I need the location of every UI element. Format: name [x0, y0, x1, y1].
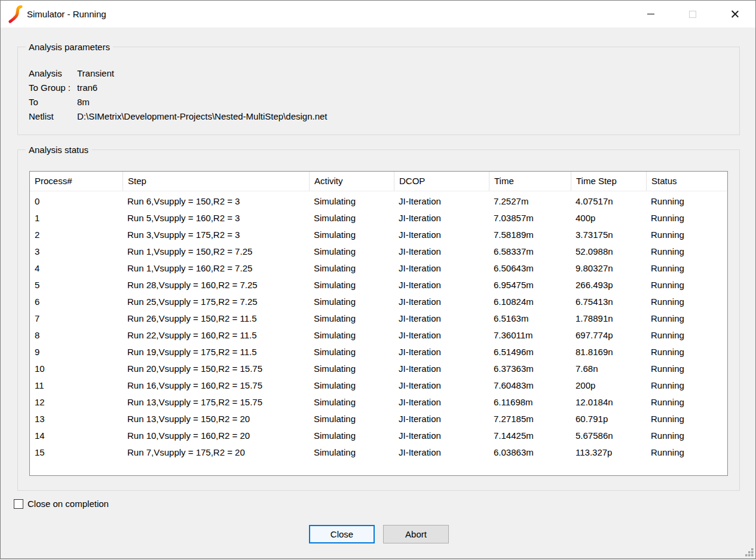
close-window-button[interactable]: [714, 1, 755, 28]
param-value: tran6: [77, 81, 733, 95]
table-cell: Run 28,Vsupply = 160,R2 = 7.25: [123, 277, 309, 294]
table-cell: Running: [646, 227, 727, 243]
table-cell: Run 5,Vsupply = 160,R2 = 3: [123, 210, 309, 227]
table-cell: 7.60483m: [489, 377, 571, 394]
param-label: To: [29, 95, 77, 109]
table-cell: Running: [646, 344, 727, 361]
table-cell: 5.67586n: [571, 427, 646, 444]
table-cell: Simulating: [309, 444, 394, 461]
simetrix-logo-icon: [8, 5, 24, 23]
table-cell: Simulating: [309, 193, 394, 210]
param-label: To Group :: [29, 81, 77, 95]
table-cell: Simulating: [309, 411, 394, 427]
table-cell: 7.58189m: [489, 227, 571, 243]
table-cell: JI-Iteration: [394, 193, 489, 210]
table-cell: Simulating: [309, 277, 394, 294]
table-cell: Run 22,Vsupply = 160,R2 = 11.5: [123, 327, 309, 344]
table-row[interactable]: 5Run 28,Vsupply = 160,R2 = 7.25Simulatin…: [30, 277, 727, 294]
table-cell: 15: [30, 444, 123, 461]
table-cell: JI-Iteration: [394, 310, 489, 327]
close-on-completion-checkbox[interactable]: Close on completion: [14, 499, 109, 509]
table-cell: JI-Iteration: [394, 344, 489, 361]
table-cell: 4: [30, 260, 123, 277]
table-cell: 7.2527m: [489, 193, 571, 210]
table-cell: 266.493p: [571, 277, 646, 294]
table-cell: 7.14425m: [489, 427, 571, 444]
table-cell: Running: [646, 444, 727, 461]
table-row[interactable]: 7Run 26,Vsupply = 150,R2 = 11.5Simulatin…: [30, 310, 727, 327]
table-cell: 6.37363m: [489, 361, 571, 377]
resize-grip[interactable]: [745, 548, 754, 557]
table-cell: Running: [646, 294, 727, 310]
table-cell: 10: [30, 361, 123, 377]
table-cell: 5: [30, 277, 123, 294]
table-cell: 6.11698m: [489, 394, 571, 411]
table-cell: Simulating: [309, 310, 394, 327]
maximize-button[interactable]: [672, 1, 714, 28]
minimize-icon: [647, 14, 654, 14]
table-cell: Run 13,Vsupply = 175,R2 = 15.75: [123, 394, 309, 411]
table-row[interactable]: 10Run 20,Vsupply = 150,R2 = 15.75Simulat…: [30, 361, 727, 377]
column-header-time-step[interactable]: Time Step: [571, 172, 646, 191]
table-cell: 6.03863m: [489, 444, 571, 461]
table-cell: Run 7,Vsupply = 175,R2 = 20: [123, 444, 309, 461]
analysis-parameters-title: Analysis parameters: [26, 41, 113, 53]
table-cell: Simulating: [309, 361, 394, 377]
table-row[interactable]: 0Run 6,Vsupply = 150,R2 = 3SimulatingJI-…: [30, 193, 727, 210]
column-header-time[interactable]: Time: [489, 172, 571, 191]
checkbox-label: Close on completion: [27, 499, 109, 509]
table-cell: Simulating: [309, 227, 394, 243]
table-cell: 7.68n: [571, 361, 646, 377]
table-row[interactable]: 13Run 13,Vsupply = 150,R2 = 20Simulating…: [30, 411, 727, 427]
table-cell: Simulating: [309, 427, 394, 444]
table-row[interactable]: 4Run 1,Vsupply = 160,R2 = 7.25Simulating…: [30, 260, 727, 277]
table-row[interactable]: 14Run 10,Vsupply = 160,R2 = 20Simulating…: [30, 427, 727, 444]
table-row[interactable]: 2Run 3,Vsupply = 175,R2 = 3SimulatingJI-…: [30, 227, 727, 243]
column-header-process[interactable]: Process#: [30, 172, 123, 191]
table-cell: 1: [30, 210, 123, 227]
table-cell: 2: [30, 227, 123, 243]
table-row[interactable]: 9Run 19,Vsupply = 175,R2 = 11.5Simulatin…: [30, 344, 727, 361]
table-body: 0Run 6,Vsupply = 150,R2 = 3SimulatingJI-…: [30, 191, 727, 461]
table-cell: Simulating: [309, 327, 394, 344]
table-cell: Run 19,Vsupply = 175,R2 = 11.5: [123, 344, 309, 361]
minimize-button[interactable]: [630, 1, 672, 28]
titlebar: Simulator - Running: [1, 1, 755, 28]
table-cell: 3.73175n: [571, 227, 646, 243]
table-cell: 52.0988n: [571, 243, 646, 260]
checkbox-box[interactable]: [14, 499, 23, 509]
table-cell: 60.791p: [571, 411, 646, 427]
window-controls: [630, 1, 755, 28]
table-row[interactable]: 3Run 1,Vsupply = 150,R2 = 7.25Simulating…: [30, 243, 727, 260]
table-row[interactable]: 6Run 25,Vsupply = 175,R2 = 7.25Simulatin…: [30, 294, 727, 310]
analysis-status-title: Analysis status: [26, 144, 91, 156]
table-cell: Simulating: [309, 344, 394, 361]
table-cell: 6.58337m: [489, 243, 571, 260]
table-cell: Simulating: [309, 394, 394, 411]
table-cell: Run 16,Vsupply = 160,R2 = 15.75: [123, 377, 309, 394]
param-row-to-group: To Group :tran6: [29, 81, 733, 95]
column-header-dcop[interactable]: DCOP: [394, 172, 489, 191]
table-cell: JI-Iteration: [394, 411, 489, 427]
table-cell: Running: [646, 210, 727, 227]
table-row[interactable]: 11Run 16,Vsupply = 160,R2 = 15.75Simulat…: [30, 377, 727, 394]
table-cell: 13: [30, 411, 123, 427]
column-header-activity[interactable]: Activity: [309, 172, 394, 191]
table-cell: 9.80327n: [571, 260, 646, 277]
column-header-status[interactable]: Status: [646, 172, 727, 191]
table-row[interactable]: 12Run 13,Vsupply = 175,R2 = 15.75Simulat…: [30, 394, 727, 411]
close-button[interactable]: Close: [309, 525, 375, 543]
table-cell: 1.78891n: [571, 310, 646, 327]
table-cell: Simulating: [309, 377, 394, 394]
table-row[interactable]: 8Run 22,Vsupply = 160,R2 = 11.5Simulatin…: [30, 327, 727, 344]
table-cell: JI-Iteration: [394, 377, 489, 394]
column-header-step[interactable]: Step: [123, 172, 309, 191]
table-cell: Running: [646, 427, 727, 444]
table-row[interactable]: 15Run 7,Vsupply = 175,R2 = 20SimulatingJ…: [30, 444, 727, 461]
param-value: 8m: [77, 95, 733, 109]
table-cell: JI-Iteration: [394, 394, 489, 411]
table-cell: Run 13,Vsupply = 150,R2 = 20: [123, 411, 309, 427]
abort-button[interactable]: Abort: [383, 525, 449, 543]
table-row[interactable]: 1Run 5,Vsupply = 160,R2 = 3SimulatingJI-…: [30, 210, 727, 227]
table-cell: 11: [30, 377, 123, 394]
